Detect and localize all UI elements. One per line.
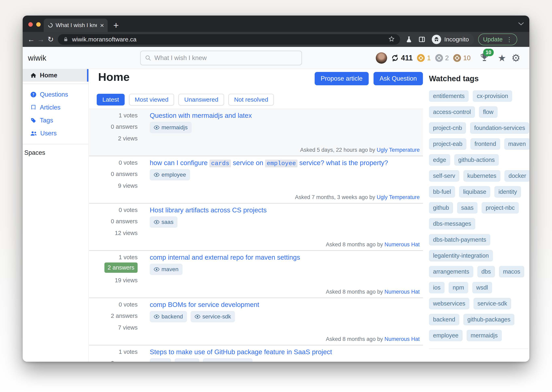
tab-close-icon[interactable]: × — [100, 22, 104, 29]
search-input[interactable] — [154, 54, 297, 62]
watched-tag-chip[interactable]: project-cnb — [429, 122, 466, 134]
watched-tag-chip[interactable]: employee — [429, 330, 463, 341]
watched-tag-chip[interactable]: entitlements — [429, 90, 469, 102]
watched-tag-chip[interactable]: service-sdk — [473, 298, 511, 309]
bookmark-star-icon[interactable] — [388, 36, 395, 43]
question-meta: Asked 7 months, 3 weeks ago by Ugly Temp… — [295, 194, 420, 200]
author-link[interactable]: Ugly Temperature — [377, 147, 420, 153]
watched-tag-chip[interactable]: ios — [429, 282, 444, 293]
watched-tag-chip[interactable]: identity — [494, 186, 521, 198]
chrome-update-button[interactable]: Update ⋮ — [478, 34, 517, 45]
watched-tag-chip[interactable]: foundation-services — [470, 122, 529, 134]
side-panel-icon[interactable] — [418, 36, 425, 43]
favorites-star-icon[interactable]: ★ — [498, 53, 506, 63]
watched-tag-chip[interactable]: cx-provision — [473, 90, 512, 102]
watched-tag-chip[interactable]: legalentity-integration — [429, 250, 493, 261]
watched-tag-chip[interactable]: github-packages — [463, 314, 515, 325]
sidebar-item-tags[interactable]: Tags — [23, 114, 88, 127]
filter-not-resolved[interactable]: Not resolved — [228, 94, 274, 105]
ask-question-button[interactable]: Ask Question — [374, 72, 423, 85]
propose-article-button[interactable]: Propose article — [315, 72, 369, 85]
settings-gear-icon[interactable]: ⚙ — [511, 53, 520, 63]
votes-count: 0 votes — [89, 159, 138, 166]
tag-chip[interactable] — [175, 358, 199, 362]
sidebar-item-articles[interactable]: Articles — [23, 101, 88, 114]
silver-badges[interactable]: 2 — [435, 54, 449, 62]
watched-tag-chip[interactable]: arrangements — [429, 266, 473, 277]
question-title-link[interactable]: Host library artifacts across CS project… — [150, 206, 267, 214]
reputation[interactable]: 411 — [391, 54, 413, 62]
watched-tag-chip[interactable]: webservices — [429, 298, 469, 309]
experiments-flask-icon[interactable] — [406, 36, 412, 43]
trophy-icon[interactable]: 10 — [479, 53, 489, 63]
minimize-window-button[interactable] — [36, 22, 41, 27]
author-link[interactable]: Ugly Temperature — [377, 194, 420, 200]
question-title-link[interactable]: Steps to make use of GitHub package feat… — [150, 348, 332, 356]
watched-tag-chip[interactable]: project-nbc — [482, 202, 519, 214]
sidebar-item-questions[interactable]: Questions — [23, 88, 88, 101]
watched-tag-chip[interactable]: access-control — [429, 106, 475, 118]
tab-search-chevron-icon[interactable] — [518, 22, 524, 27]
watched-tag-chip[interactable]: mermaidjs — [467, 330, 502, 341]
users-icon — [30, 131, 37, 136]
filter-tabs: Latest Most viewed Unanswered Not resolv… — [97, 94, 274, 105]
close-window-button[interactable] — [28, 22, 33, 27]
filter-latest[interactable]: Latest — [97, 94, 125, 105]
filter-unanswered[interactable]: Unanswered — [178, 94, 224, 105]
author-link[interactable]: Numerous Hat — [385, 336, 420, 342]
watched-tag-chip[interactable]: flow — [479, 106, 498, 118]
watched-tag-chip[interactable]: backend — [429, 314, 459, 325]
tag-chip[interactable]: employee — [150, 169, 190, 181]
watched-tag-chip[interactable]: project-eab — [429, 138, 466, 150]
forward-icon[interactable]: → — [36, 36, 46, 43]
tag-chip[interactable]: saas — [150, 217, 177, 228]
answers-count: 2 answers — [89, 262, 138, 273]
watched-tag-chip[interactable]: docker — [504, 170, 529, 182]
watched-tag-chip[interactable]: dbs — [477, 266, 495, 277]
tag-chip[interactable] — [150, 358, 171, 362]
gold-badges[interactable]: 1 — [417, 54, 431, 62]
watched-tag-chip[interactable]: liquibase — [459, 186, 490, 198]
watched-tag-chip[interactable]: frontend — [471, 138, 500, 150]
watched-tag-chip[interactable]: npm — [449, 282, 468, 293]
site-logo[interactable]: wiwik — [28, 54, 46, 62]
avatar[interactable] — [376, 52, 387, 64]
author-link[interactable]: Numerous Hat — [385, 241, 420, 247]
watched-tag-chip[interactable]: wsdl — [472, 282, 492, 293]
watched-tags-divider — [429, 349, 529, 349]
reload-icon[interactable]: ↻ — [46, 36, 55, 43]
tag-chip[interactable]: maven — [150, 264, 182, 275]
watched-tag-chip[interactable]: dbs-messages — [429, 218, 475, 230]
tag-chip[interactable]: mermaidjs — [150, 122, 192, 133]
votes-count: 1 votes — [89, 254, 138, 261]
watched-tag-chip[interactable]: saas — [457, 202, 478, 214]
watched-tag-chip[interactable]: maven — [504, 138, 529, 150]
tag-label: backend — [161, 313, 183, 320]
sidebar-item-users[interactable]: Users — [23, 127, 88, 140]
watched-tag-chip[interactable]: github — [429, 202, 453, 214]
watched-tag-chip[interactable]: self-serv — [429, 170, 459, 182]
tag-chip[interactable]: backend — [150, 311, 187, 322]
filter-most-viewed[interactable]: Most viewed — [129, 94, 174, 105]
watched-tag-chip[interactable]: kubernetes — [463, 170, 501, 182]
browser-menu-dots-icon[interactable]: ⋮ — [506, 36, 512, 43]
new-tab-button[interactable]: + — [113, 21, 119, 30]
back-icon[interactable]: ← — [26, 36, 36, 43]
sidebar-item-home[interactable]: Home — [23, 69, 88, 82]
tag-chip[interactable] — [203, 358, 253, 362]
watched-tag-chip[interactable]: bb-fuel — [429, 186, 455, 198]
question-title-link[interactable]: Question with mermaidjs and latex — [150, 112, 252, 119]
tag-chip[interactable]: service-sdk — [191, 311, 235, 322]
watched-tag-chip[interactable]: macos — [499, 266, 524, 277]
bronze-badges[interactable]: 10 — [453, 54, 471, 62]
watched-tag-chip[interactable]: edge — [429, 154, 450, 166]
author-link[interactable]: Numerous Hat — [385, 289, 420, 295]
address-bar[interactable]: wiwik.moransoftware.ca — [58, 34, 400, 45]
question-title-link[interactable]: how can I configure cards service on emp… — [150, 159, 388, 167]
question-title-link[interactable]: comp BOMs for service development — [150, 301, 259, 308]
browser-tab[interactable]: What I wish I knew × — [44, 19, 108, 32]
watched-tag-chip[interactable]: github-actions — [454, 154, 499, 166]
votes-count: 0 votes — [89, 301, 138, 308]
watched-tag-chip[interactable]: dbs-batch-payments — [429, 234, 490, 245]
question-title-link[interactable]: comp internal and external repo for mave… — [150, 254, 300, 261]
